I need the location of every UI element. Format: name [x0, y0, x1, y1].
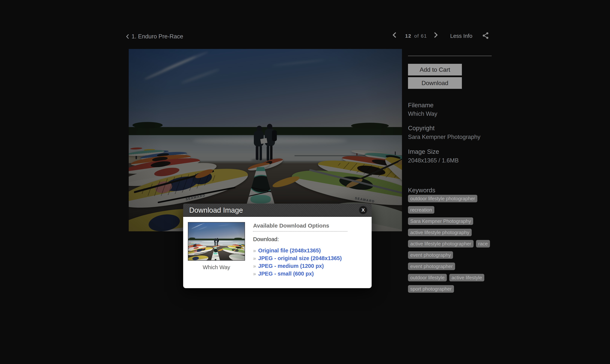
keyword-tag[interactable]: active lifestyle: [449, 274, 484, 281]
double-angle-bullet: »: [253, 248, 256, 254]
copyright-value: Sara Kempner Photography: [408, 134, 480, 140]
keyword-tag[interactable]: recreation: [408, 206, 434, 214]
lightbox-page: 1. Enduro Pre-Race 12 of 61 Less Info: [0, 0, 610, 364]
add-to-cart-button[interactable]: Add to Cart: [408, 64, 462, 76]
chevron-right-icon: [433, 36, 438, 39]
prev-photo-button[interactable]: [392, 32, 397, 39]
double-angle-bullet: »: [253, 256, 256, 261]
download-option-jpeg-medium[interactable]: »JPEG - medium (1200 px): [253, 262, 362, 270]
counter-current: 12: [405, 33, 411, 39]
share-button[interactable]: [481, 32, 490, 39]
vignette: [188, 222, 245, 260]
chevron-left-icon: [126, 34, 129, 39]
filename-label: Filename: [408, 102, 434, 109]
keyword-tag[interactable]: outdoor lifestyle photographer: [408, 195, 477, 202]
breadcrumb-label: 1. Enduro Pre-Race: [132, 33, 183, 40]
less-info-toggle[interactable]: Less Info: [449, 33, 473, 39]
download-dialog-body: SEAWARD SEAWARD: [183, 217, 372, 288]
double-angle-bullet: »: [253, 271, 256, 277]
keyword-tag-list: outdoor lifestyle photographer recreatio…: [408, 195, 493, 293]
sidebar-divider: [408, 56, 492, 56]
next-photo-button[interactable]: [433, 32, 438, 39]
image-size-label: Image Size: [408, 148, 439, 155]
copyright-label: Copyright: [408, 125, 435, 132]
keyword-tag[interactable]: outdoor lifestyle: [408, 274, 447, 281]
download-link-list: »Original file (2048x1365) »JPEG - origi…: [253, 247, 362, 278]
filename-value: Which Way: [408, 110, 437, 117]
download-option-jpeg-original[interactable]: »JPEG - original size (2048x1365): [253, 254, 362, 262]
image-size-value: 2048x1365 / 1.6MB: [408, 157, 459, 164]
keyword-tag[interactable]: event photography: [408, 251, 453, 259]
download-dialog: Download Image X: [183, 204, 372, 288]
download-option-jpeg-small[interactable]: »JPEG - small (600 px): [253, 270, 362, 278]
double-angle-bullet: »: [253, 263, 256, 269]
keyword-tag[interactable]: event photographer: [408, 262, 455, 270]
download-button[interactable]: Download: [408, 77, 462, 89]
photo-counter: 12 of 61: [405, 33, 427, 39]
dialog-title: Download Image: [189, 204, 243, 217]
download-option-original-file[interactable]: »Original file (2048x1365): [253, 247, 362, 254]
kayak-beach-scene: SEAWARD SEAWARD: [188, 222, 245, 260]
share-icon: [482, 37, 489, 40]
keyword-tag[interactable]: race: [476, 240, 490, 247]
keyword-tag[interactable]: sport photographer: [408, 285, 454, 293]
download-options: Available Download Options Download: »Or…: [253, 222, 362, 278]
counter-of: of: [414, 33, 419, 39]
options-heading: Available Download Options: [253, 222, 347, 232]
breadcrumb-back-link[interactable]: 1. Enduro Pre-Race: [126, 33, 183, 40]
thumbnail-caption: Which Way: [188, 264, 245, 271]
close-icon[interactable]: X: [359, 206, 367, 214]
photo-thumbnail: SEAWARD SEAWARD: [188, 222, 245, 261]
keywords-label: Keywords: [408, 187, 435, 194]
download-prompt: Download:: [253, 235, 362, 243]
keyword-tag[interactable]: active lifestyle photography: [408, 229, 472, 236]
chevron-left-icon: [392, 36, 397, 39]
keyword-tag[interactable]: active lifestyle photographer: [408, 240, 473, 247]
download-dialog-header: Download Image X: [183, 204, 372, 217]
keyword-tag[interactable]: Sara Kempner Photography: [408, 217, 473, 225]
counter-total: 61: [421, 33, 427, 39]
